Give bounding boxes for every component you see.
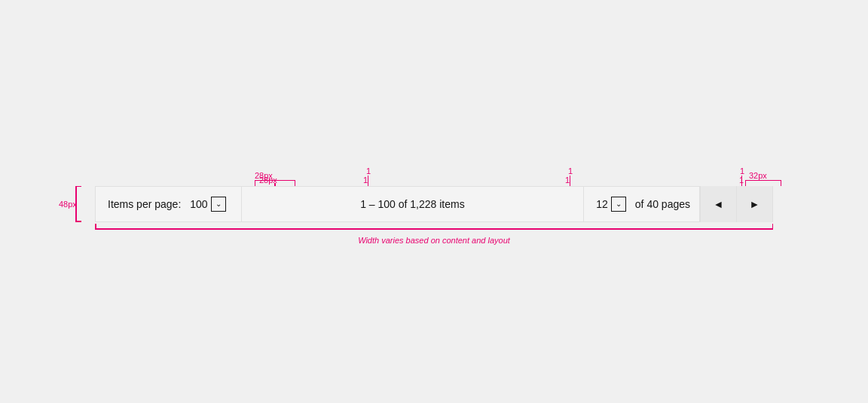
- dim-1-b: 1: [568, 166, 573, 176]
- dim-1-b-line: [570, 176, 570, 186]
- total-pages-text: of 40 pages: [635, 198, 690, 210]
- items-per-page-value: 100: [190, 198, 207, 210]
- dim-1-a: 1: [366, 166, 371, 176]
- items-per-page-section: Items per page: 100 ⌄: [96, 187, 242, 221]
- width-note: Width varies based on content and layout: [95, 236, 773, 245]
- diagram-container: 28px 1 1 1 28px 32px 1 1 1 48px: [95, 159, 773, 245]
- items-per-page-select[interactable]: 100 ⌄: [181, 197, 228, 212]
- dim-1-c-line: [741, 176, 742, 186]
- next-page-button[interactable]: ►: [736, 186, 772, 222]
- item-range-section: 1 – 100 of 1,228 items: [242, 187, 585, 221]
- width-bracket-left: [95, 224, 96, 230]
- page-select-section: 12 ⌄ of 40 pages: [584, 187, 700, 221]
- items-per-page-label: Items per page:: [108, 198, 181, 210]
- page-chevron-down-icon: ⌄: [611, 197, 626, 212]
- chevron-down-icon: ⌄: [211, 197, 226, 212]
- dim-32px-top: 32px: [749, 171, 767, 180]
- dim-1-a-line: [368, 176, 368, 186]
- prev-icon: ◄: [714, 198, 724, 210]
- next-icon: ►: [750, 198, 760, 210]
- width-bracket-right: [772, 224, 774, 230]
- prev-page-button[interactable]: ◄: [700, 186, 736, 222]
- width-bracket-line: [95, 228, 773, 230]
- current-page-value: 12: [596, 198, 608, 210]
- height-label: 48px: [59, 200, 77, 209]
- item-range-text: 1 – 100 of 1,228 items: [360, 198, 465, 210]
- pagination-bar: Items per page: 100 ⌄ 1 – 100 of 1,228 i…: [95, 186, 773, 222]
- dim-28px-top: 28px: [255, 171, 273, 180]
- dim-32px-bracket: [745, 180, 781, 186]
- dim-1-c: 1: [740, 166, 744, 176]
- current-page-select[interactable]: 12 ⌄: [593, 197, 629, 212]
